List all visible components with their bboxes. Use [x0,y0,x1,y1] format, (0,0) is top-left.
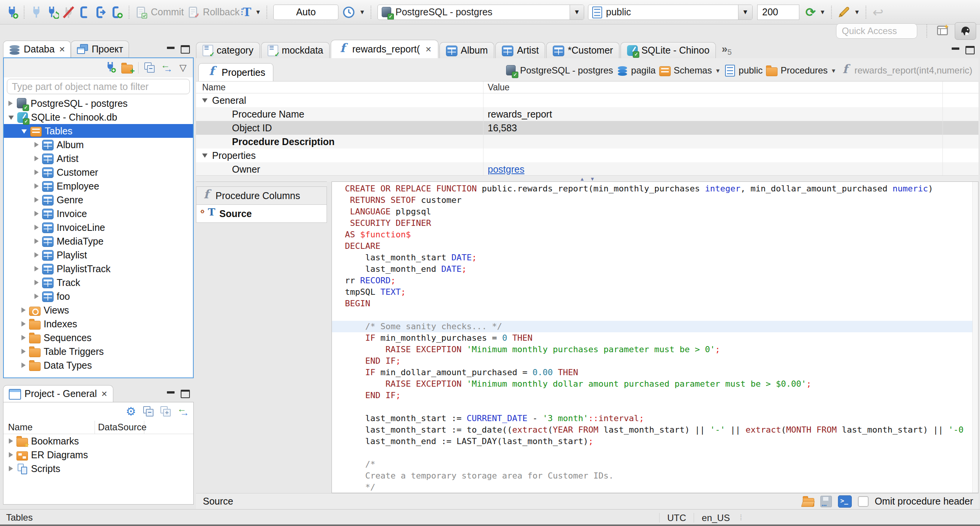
link-with-editor-button[interactable] [177,406,189,417]
grid-column-name[interactable]: Name [196,82,483,93]
tree-item-table-triggers[interactable]: Table Triggers [4,345,193,358]
tree-item-artist[interactable]: Artist [4,152,193,165]
code-line[interactable]: RAISE EXCEPTION 'Minimum monthly dollar … [332,378,972,390]
disconnect-button[interactable] [60,4,77,21]
tree-item-employee[interactable]: Employee [4,179,193,193]
breadcrumb-item-pagila[interactable]: pagila [617,65,656,76]
expander-closed-icon[interactable] [34,156,39,161]
source-code[interactable]: CREATE OR REPLACE FUNCTION public.reward… [332,183,972,493]
editor-tab-album[interactable]: Album [439,42,495,58]
omit-procedure-header-checkbox[interactable] [858,496,869,507]
expander-closed-icon[interactable] [34,197,39,203]
expander-closed-icon[interactable] [21,321,26,327]
collapse-down-icon[interactable]: ▼ [590,176,595,182]
code-line[interactable]: CREATE OR REPLACE FUNCTION public.reward… [332,183,972,194]
editor-tab-mockdata[interactable]: mockdata [261,42,330,58]
editor-tab-customer[interactable]: *Customer [546,42,619,58]
property-row-procedure-description[interactable]: Procedure Description [196,135,978,149]
source-editor[interactable]: CREATE OR REPLACE FUNCTION public.reward… [332,181,978,493]
code-line[interactable] [332,401,972,413]
tab-source[interactable]: Source [196,205,327,223]
splitter-sash[interactable]: ▲ ▼ [196,175,978,182]
active-schema-combo[interactable]: public ▼ [588,5,753,20]
code-line[interactable]: SECURITY DEFINER [332,217,972,229]
code-line[interactable]: last_month_start := CURRENT_DATE - '3 mo… [332,413,972,424]
code-line[interactable] [332,309,972,321]
tree-item-tables[interactable]: Tables [4,124,193,138]
breadcrumb-item-schemas[interactable]: Schemas▼ [659,65,721,76]
view-tab-database-navigator[interactable]: Databa ✕ [3,41,71,57]
code-line[interactable]: DECLARE [332,240,972,252]
locale-indicator[interactable]: en_US [694,513,737,523]
code-line[interactable]: rr RECORD; [332,275,972,286]
editor-tab-rewards-report[interactable]: rewards_report(✕ [331,40,438,58]
tree-item-indexes[interactable]: Indexes [4,317,193,331]
sql-editor-button[interactable] [77,4,93,21]
tree-item-views[interactable]: Views [4,303,193,317]
active-connection-combo[interactable]: PostgreSQL - postgres ▼ [377,5,584,20]
undo-button[interactable]: ↩ [870,4,886,21]
fetch-size-input[interactable] [757,5,799,20]
gear-icon[interactable]: ⚙ [125,406,137,417]
code-line[interactable]: IF min_dollar_amount_purchased = 0.00 TH… [332,367,972,378]
view-tab-project-general[interactable]: Project - General ✕ [3,385,113,402]
new-connection-button[interactable] [4,4,20,21]
category-expander-icon[interactable] [202,154,207,158]
code-line[interactable]: BEGIN [332,298,972,309]
expand-all-button[interactable] [160,406,172,417]
dropdown-button[interactable]: ▼ [570,5,584,20]
project-item-bookmarks[interactable]: Bookmarks [3,434,193,448]
code-line[interactable]: AS $function$ [332,229,972,240]
code-line[interactable]: /* Some sanity checks... */ [332,321,972,332]
rollback-button[interactable]: Rollback [185,4,241,21]
grid-column-value[interactable]: Value [483,82,510,93]
dbeaver-perspective-button[interactable] [955,22,976,40]
expander-closed-icon[interactable] [34,170,39,175]
tree-item-album[interactable]: Album [4,138,193,152]
property-row-properties[interactable]: Properties [196,149,978,162]
code-line[interactable]: last_month_end DATE; [332,263,972,275]
breadcrumb-item-postgresql-postgres[interactable]: PostgreSQL - postgres [505,65,613,76]
link-with-editor-button[interactable] [161,62,172,74]
editor-tab-category[interactable]: category [196,42,260,58]
expander-closed-icon[interactable] [34,142,39,147]
code-line[interactable]: END IF; [332,390,972,401]
object-filter-input[interactable] [7,79,190,94]
close-icon[interactable]: ✕ [59,45,65,54]
breadcrumb-item-rewards-report-int4-numeric[interactable]: rewards_report(int4,numeric) [840,65,972,76]
collapse-up-icon[interactable]: ▲ [580,176,585,182]
code-line[interactable]: IF min_monthly_purchases = 0 THEN [332,332,972,344]
new-folder-button[interactable] [121,65,133,74]
expander-closed-icon[interactable] [34,238,39,244]
tree-item-playlisttrack[interactable]: PlaylistTrack [4,262,193,276]
maximize-button[interactable] [181,390,190,398]
expander-closed-icon[interactable] [34,294,39,299]
expander-open-icon[interactable] [8,116,14,120]
maximize-button[interactable] [965,46,975,54]
code-line[interactable]: */ [332,482,972,493]
expander-closed-icon[interactable] [34,225,39,230]
code-line[interactable]: last_month_start := to_date((extract(YEA… [332,424,972,436]
open-in-sql-console-button[interactable] [838,495,852,508]
format-button[interactable]: ▼ [836,4,862,21]
code-line[interactable] [332,447,972,459]
minimize-button[interactable] [167,391,175,394]
minimize-button[interactable] [952,47,959,50]
commit-mode-combo[interactable]: Auto [273,5,338,20]
tree-item-invoice[interactable]: Invoice [4,207,193,221]
expander-closed-icon[interactable] [34,252,39,258]
code-line[interactable]: RAISE EXCEPTION 'Minimum monthly purchas… [332,344,972,355]
open-sql-script-button[interactable] [93,4,109,21]
tree-item-sqlite-chinook-db[interactable]: SQLite - Chinook.db [4,110,193,124]
owner-link[interactable]: postgres [488,164,524,175]
project-item-scripts[interactable]: Scripts [3,462,193,475]
column-header-datasource[interactable]: DataSource [95,421,144,434]
code-line[interactable]: /* [332,459,972,470]
view-menu-button[interactable]: ▽ [178,62,188,73]
tree-item-data-types[interactable]: Data Types [4,358,193,372]
tree-item-playlist[interactable]: Playlist [4,248,193,262]
column-header-name[interactable]: Name [3,421,95,434]
load-from-file-button[interactable] [803,498,814,507]
transaction-log-button[interactable]: ▼ [341,4,367,21]
minimize-button[interactable] [167,47,175,49]
